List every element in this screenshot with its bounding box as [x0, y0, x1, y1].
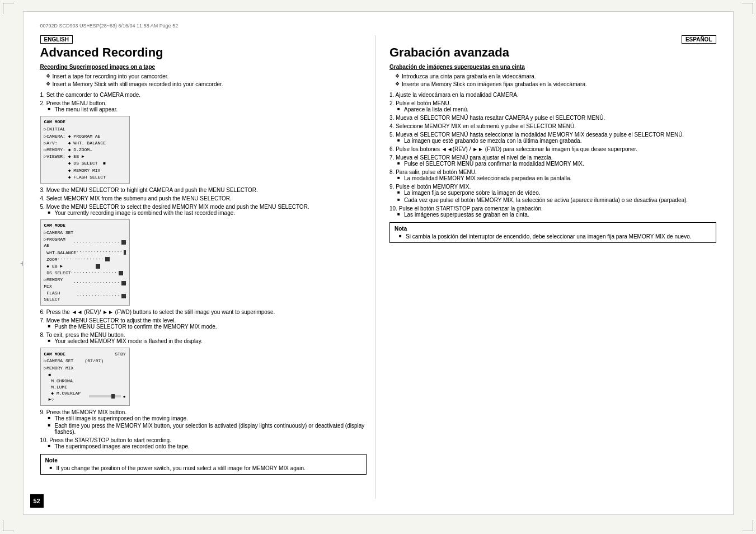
spanish-bullet-2: Inserte una Memory Stick con imágenes fi…: [395, 81, 716, 87]
cam-display-3: CAM MODESTBY ▷CAMERA SET(07/07) ▷MEMORY …: [40, 348, 130, 406]
spanish-section-heading: Grabación de imágenes superpuestas en un…: [389, 64, 716, 70]
english-note-title: Note: [45, 457, 362, 463]
english-step-5: 5. Move the MENU SELECTOR to select the …: [40, 204, 367, 216]
spanish-step7-sub: Pulse el SELECTOR MENÚ para confirmar la…: [397, 161, 716, 167]
english-step2-sub: The menu list will appear.: [48, 106, 367, 113]
spanish-step8-sub: La modalidad MEMORY MIX seleccionada par…: [397, 175, 716, 181]
spanish-lang-header: ESPAÑOL: [682, 35, 716, 44]
spanish-step-3: 3. Mueva el SELECTOR MENÚ hasta resaltar…: [389, 115, 716, 121]
spanish-step-8: 8. Para salir, pulse el botón MENU. La m…: [389, 169, 716, 181]
english-title: Advanced Recording: [40, 46, 367, 59]
english-step-3: 3. Move the MENU SELECTOR to highlight C…: [40, 187, 367, 193]
cam-display-2: CAM MODE ▷CAMERA SET ▷PROGRAM AE········…: [40, 219, 130, 306]
spanish-step9-sub2: Cada vez que pulse el botón MEMORY MIX, …: [397, 197, 716, 203]
english-step-2: 2. Press the MENU button. The menu list …: [40, 100, 367, 113]
spanish-note-box: Nota Si cambia la posición del interrupt…: [389, 222, 716, 243]
english-steps: 1. Set the camcorder to CAMERA mode. 2. …: [40, 92, 367, 449]
spanish-step-6: 6. Pulse los botones ◄◄(REV) / ►► (FWD) …: [389, 146, 716, 152]
page-number: 52: [30, 494, 44, 508]
english-step-9: 9. Press the MEMORY MIX button. The stil…: [40, 409, 367, 435]
spanish-steps: 1. Ajuste la videocámara en la modalidad…: [389, 92, 716, 218]
spanish-title: Grabación avanzada: [389, 46, 716, 59]
corner-mark-tr: [742, 3, 753, 14]
english-step-10: 10. Press the START/STOP button to start…: [40, 437, 367, 449]
spanish-step-7: 7. Mueva el SELECTOR MENÚ para ajustar e…: [389, 154, 716, 167]
english-step8-sub: Your selected MEMORY MIX mode is flashed…: [48, 338, 367, 344]
english-step9-sub2: Each time you press the MEMORY MIX butto…: [48, 423, 367, 435]
english-bullet-2: Insert a Memory Stick with still images …: [46, 81, 367, 87]
english-step5-sub: Your currently recording image is combin…: [48, 210, 367, 216]
doc-header: 00792D SCD903 US+ESP(28~63) 6/16/04 11:5…: [40, 23, 716, 31]
english-step9-sub1: The still image is superimposed on the m…: [48, 415, 367, 421]
spanish-step-1: 1. Ajuste la videocámara en la modalidad…: [389, 92, 716, 98]
spanish-step-4: 4. Seleccione MEMORY MIX en el submenú y…: [389, 123, 716, 129]
spanish-column: ESPAÑOL Grabación avanzada Grabación de …: [387, 35, 716, 499]
english-bullet-1: Insert a tape for recording into your ca…: [46, 73, 367, 79]
spanish-bullets: Introduzca una cinta para grabarla en la…: [389, 73, 716, 87]
corner-mark-br: [742, 520, 753, 531]
english-section-heading: Recording Superimposed images on a tape: [40, 64, 367, 70]
corner-mark-bl: [3, 520, 14, 531]
spanish-note-text: Si cambia la posición del interruptor de…: [399, 233, 711, 240]
spanish-step10-sub: Las imágenes superpuestas se graban en l…: [397, 212, 716, 218]
english-lang-header: ENGLISH: [40, 35, 73, 44]
english-step-1: 1. Set the camcorder to CAMERA mode.: [40, 92, 367, 98]
spanish-note-title: Nota: [395, 226, 711, 232]
spanish-step-5: 5. Mueva el SELECTOR MENÚ hasta seleccio…: [389, 132, 716, 144]
english-step-4: 4. Select MEMORY MIX from the submenu an…: [40, 195, 367, 202]
english-step-8: 8. To exit, press the MENU button. Your …: [40, 332, 367, 344]
spanish-step2-sub: Aparece la lista del menú.: [397, 106, 716, 113]
english-step-7: 7. Move the MENU SELECTOR to adjust the …: [40, 317, 367, 330]
spanish-step9-sub1: La imagen fija se superpone sobre la ima…: [397, 190, 716, 196]
english-step-6: 6. Press the ◄◄ (REV)/ ►► (FWD) buttons …: [40, 309, 367, 315]
english-step10-sub: The superimposed images are recorded ont…: [48, 443, 367, 449]
spanish-step-10: 10. Pulse el botón START/STOP para comen…: [389, 205, 716, 218]
english-note-text: If you change the position of the power …: [50, 465, 362, 471]
spanish-step-9: 9. Pulse el botón MEMORY MIX. La imagen …: [389, 184, 716, 203]
cam-display-1: CAM MODE ▷INITIAL ▷CAMERA: ◆ PROGRAM AE …: [40, 116, 130, 184]
spanish-step5-sub: La imagen que esté grabando se mezcla co…: [397, 138, 716, 144]
main-layout: ENGLISH Advanced Recording Recording Sup…: [40, 35, 716, 499]
english-note-box: Note If you change the position of the p…: [40, 454, 367, 475]
english-step7-sub: Push the MENU SELECTOR to confirm the ME…: [48, 324, 367, 330]
english-bullets: Insert a tape for recording into your ca…: [40, 73, 367, 87]
corner-mark-tl: [3, 3, 14, 14]
spanish-step-2: 2. Pulse el botón MENU. Aparece la lista…: [389, 100, 716, 113]
english-column: ENGLISH Advanced Recording Recording Sup…: [40, 35, 376, 499]
page: 00792D SCD903 US+ESP(28~63) 6/16/04 11:5…: [23, 11, 734, 515]
spanish-bullet-1: Introduzca una cinta para grabarla en la…: [395, 73, 716, 79]
